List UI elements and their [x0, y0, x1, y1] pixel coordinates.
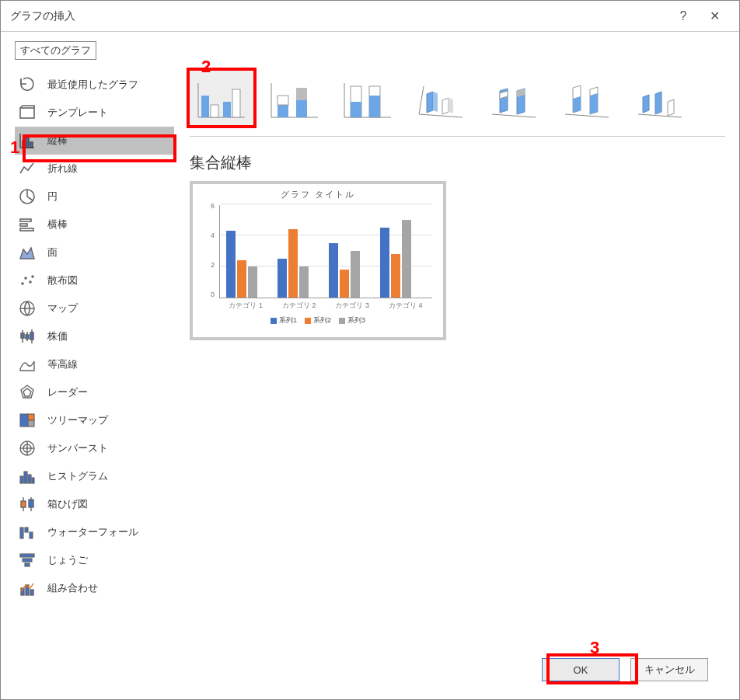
sidebar-item-label: 箱ひげ図	[47, 497, 88, 511]
sidebar-item-label: 散布図	[47, 273, 78, 287]
sidebar-item-boxwhisker[interactable]: 箱ひげ図	[15, 490, 174, 518]
svg-rect-57	[296, 100, 307, 117]
svg-rect-35	[21, 501, 26, 507]
histogram-icon	[18, 468, 37, 485]
recent-icon	[18, 76, 37, 93]
tab-all-charts[interactable]: すべてのグラフ	[15, 41, 96, 60]
svg-rect-62	[351, 102, 361, 117]
svg-line-67	[492, 114, 536, 117]
svg-point-11	[24, 277, 27, 280]
svg-rect-55	[278, 105, 288, 117]
chart-yaxis: 6 4 2 0	[201, 202, 215, 298]
subtype-clustered-column[interactable]	[190, 71, 253, 125]
sidebar-item-sunburst[interactable]: サンバースト	[15, 434, 174, 462]
close-button[interactable]: ✕	[699, 9, 730, 23]
sidebar-item-label: 等高線	[47, 357, 78, 371]
scatter-icon	[18, 272, 37, 289]
legend-item: 系列1	[271, 315, 297, 326]
legend-item: 系列2	[305, 315, 331, 326]
sidebar-item-label: 折れ線	[47, 162, 78, 176]
sidebar-item-label: 横棒	[47, 218, 68, 232]
sidebar-item-treemap[interactable]: ツリーマップ	[15, 406, 174, 434]
svg-rect-18	[21, 333, 24, 338]
sidebar-item-label: テンプレート	[47, 106, 108, 120]
svg-rect-56	[278, 96, 288, 105]
sidebar-item-line[interactable]: 折れ線	[15, 155, 174, 183]
annotation-label-2: 2	[201, 57, 211, 77]
sidebar-item-template[interactable]: テンプレート	[15, 99, 174, 127]
y-tick: 0	[201, 291, 215, 298]
sidebar-item-recent[interactable]: 最近使用したグラフ	[15, 71, 174, 99]
cancel-button[interactable]: キャンセル	[630, 658, 708, 681]
svg-point-12	[29, 280, 32, 284]
svg-rect-4	[26, 138, 29, 148]
legend-item: 系列3	[339, 315, 365, 326]
y-tick: 6	[201, 202, 215, 210]
sidebar-item-combo[interactable]: 組み合わせ	[15, 574, 174, 602]
x-tick: カテゴリ 4	[379, 301, 433, 311]
selected-subtype-title: 集合縦棒	[190, 152, 725, 173]
svg-rect-20	[30, 333, 33, 340]
column-icon	[18, 132, 37, 149]
subtype-row	[190, 68, 725, 137]
y-tick: 2	[201, 261, 215, 269]
svg-rect-7	[20, 219, 31, 221]
surface-icon	[18, 356, 37, 373]
svg-rect-31	[24, 472, 27, 483]
waterfall-icon	[18, 524, 37, 541]
svg-rect-46	[30, 590, 33, 595]
map-icon	[18, 300, 37, 317]
sidebar-item-column[interactable]: 縦棒	[15, 127, 174, 155]
sidebar-item-label: 円	[47, 190, 58, 204]
svg-rect-19	[26, 335, 29, 339]
chart-preview[interactable]: グラフ タイトル 6 4 2 0 カテゴリ 1 カテゴリ 2 カテゴリ 3	[190, 181, 446, 340]
svg-rect-30	[20, 476, 23, 483]
sidebar-item-bar[interactable]: 横棒	[15, 211, 174, 239]
sidebar-item-surface[interactable]: 等高線	[15, 350, 174, 378]
svg-rect-25	[28, 420, 34, 427]
subtype-3d-clustered-column[interactable]	[409, 71, 473, 125]
pie-icon	[18, 188, 37, 205]
svg-rect-49	[201, 96, 209, 117]
line-icon	[18, 160, 37, 177]
radar-icon	[18, 384, 37, 401]
subtype-100pct-stacked-column[interactable]	[336, 71, 400, 125]
x-tick: カテゴリ 1	[219, 301, 273, 311]
funnel-icon	[18, 552, 37, 569]
svg-rect-23	[20, 414, 28, 427]
svg-point-13	[31, 275, 34, 278]
svg-rect-43	[25, 563, 30, 566]
subtype-stacked-column[interactable]	[263, 71, 326, 125]
sidebar-item-map[interactable]: マップ	[15, 294, 174, 322]
sidebar-item-label: マップ	[47, 301, 78, 315]
sidebar-item-histogram[interactable]: ヒストグラム	[15, 462, 174, 490]
combo-icon	[18, 580, 37, 597]
sidebar-item-funnel[interactable]: じょうご	[15, 546, 174, 574]
svg-marker-22	[23, 388, 31, 396]
svg-line-69	[638, 114, 682, 117]
svg-rect-32	[28, 475, 31, 483]
boxwhisker-icon	[18, 496, 37, 513]
ok-button[interactable]: OK	[542, 658, 620, 681]
svg-rect-51	[223, 102, 231, 117]
sidebar-item-stock[interactable]: 株価	[15, 322, 174, 350]
sidebar-item-label: 縦棒	[47, 134, 68, 148]
sidebar-item-radar[interactable]: レーダー	[15, 378, 174, 406]
subtype-3d-column[interactable]	[628, 71, 692, 125]
svg-rect-3	[23, 141, 25, 148]
sidebar-item-label: ツリーマップ	[47, 413, 108, 427]
chart-legend: 系列1 系列2 系列3	[201, 315, 435, 326]
sidebar-item-scatter[interactable]: 散布図	[15, 266, 174, 294]
sidebar-item-area[interactable]: 面	[15, 239, 174, 266]
sidebar-item-label: じょうご	[47, 553, 88, 567]
sidebar-item-label: 組み合わせ	[47, 581, 98, 595]
subtype-3d-stacked-column[interactable]	[482, 71, 546, 125]
sidebar-item-pie[interactable]: 円	[15, 183, 174, 211]
svg-rect-24	[28, 414, 34, 420]
annotation-label-1: 1	[10, 138, 19, 158]
sidebar-item-waterfall[interactable]: ウォーターフォール	[15, 518, 174, 546]
svg-line-66	[419, 86, 424, 114]
subtype-3d-100pct-stacked-column[interactable]	[555, 71, 619, 125]
help-button[interactable]: ?	[668, 9, 699, 23]
svg-rect-8	[20, 224, 27, 226]
